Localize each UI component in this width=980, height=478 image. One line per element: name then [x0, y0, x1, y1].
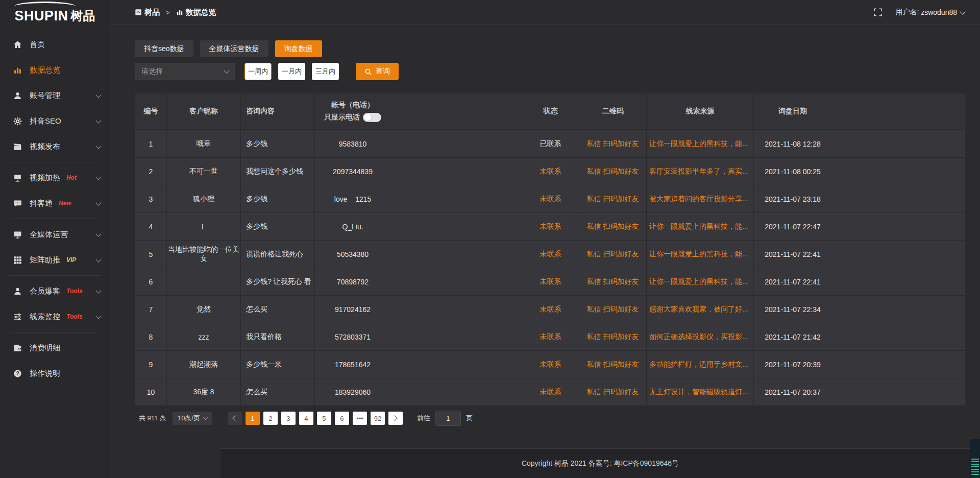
sidebar-item-omni-media[interactable]: 全媒体运营 — [0, 222, 110, 247]
chevron-down-icon — [95, 256, 101, 262]
username-value: zswodun88 — [921, 8, 957, 16]
source-link[interactable]: 让你一眼就爱上的黑科技，能... — [647, 250, 753, 259]
sidebar-item-data-overview[interactable]: 数据总览 — [0, 57, 110, 83]
scan-add-friend-link[interactable]: 扫码加好友 — [603, 305, 639, 313]
phone-only-toggle[interactable] — [363, 113, 381, 122]
scan-add-friend-link[interactable]: 扫码加好友 — [603, 139, 639, 148]
user-menu[interactable]: 用户名: zswodun88 — [895, 8, 965, 17]
cell-qr: 私信 扫码加好友 — [579, 296, 647, 323]
sidebar-item-spend-detail[interactable]: 消费明细 — [0, 335, 110, 361]
scan-add-friend-link[interactable]: 扫码加好友 — [603, 222, 639, 230]
logo-arc — [14, 2, 76, 11]
sidebar-item-instructions[interactable]: ? 操作说明 — [0, 361, 110, 386]
page-button-2[interactable]: 2 — [263, 412, 278, 425]
table-row: 6 多少钱? 让我死心 看 70898792 未联系 私信 扫码加好友 让你一眼… — [135, 268, 966, 296]
dm-link[interactable]: 私信 — [587, 332, 601, 341]
dm-link[interactable]: 私信 — [587, 360, 601, 368]
cell-date: 2021-11-07 22:47 — [754, 213, 966, 241]
sidebar-item-label: 首页 — [30, 40, 45, 50]
scan-add-friend-link[interactable]: 扫码加好友 — [603, 360, 639, 368]
scan-add-friend-link[interactable]: 扫码加好友 — [603, 388, 639, 396]
fullscreen-icon[interactable] — [874, 8, 882, 16]
sidebar-item-home[interactable]: 首页 — [0, 32, 110, 57]
sidebar-item-video-heat[interactable]: 视频加热 Hot — [0, 165, 110, 190]
page-ellipsis-button[interactable]: ••• — [353, 412, 367, 425]
query-button[interactable]: 查询 — [356, 63, 399, 80]
dm-link[interactable]: 私信 — [587, 195, 601, 203]
sidebar-item-label: 抖音SEO — [30, 116, 61, 126]
page-button-92[interactable]: 92 — [371, 412, 385, 425]
dm-link[interactable]: 私信 — [587, 388, 601, 396]
dm-link[interactable]: 私信 — [587, 167, 601, 175]
page-size-select[interactable]: 10条/页 — [173, 412, 212, 425]
cell-id: 5 — [135, 241, 167, 268]
range-month-button[interactable]: 一月内 — [278, 63, 305, 80]
col-source: 线索来源 — [647, 93, 754, 130]
table-row: 4 L 多少钱 Q_Liu. 未联系 私信 扫码加好友 让你一眼就爱上的黑科技，… — [135, 213, 966, 241]
breadcrumb-current: 数据总览 — [186, 8, 216, 17]
cell-id: 2 — [135, 158, 167, 185]
source-link[interactable]: 无主灯设计，智能磁吸轨道灯... — [647, 388, 753, 397]
sidebar-divider — [9, 332, 101, 332]
scan-add-friend-link[interactable]: 扫码加好友 — [603, 167, 639, 175]
cell-date: 2021-11-07 22:41 — [754, 268, 966, 296]
chevron-down-icon — [95, 143, 101, 149]
cell-nickname: zzz — [167, 323, 241, 351]
cell-source: 无主灯设计，智能磁吸轨道灯... — [647, 378, 754, 406]
cell-date: 2021-11-07 21:42 — [754, 323, 966, 351]
source-link[interactable]: 让你一眼就爱上的黑科技，能... — [647, 277, 753, 286]
breadcrumb: 树品 > 数据总览 — [135, 8, 216, 17]
scan-add-friend-link[interactable]: 扫码加好友 — [603, 250, 639, 258]
tab-douyin-seo-data[interactable]: 抖音seo数据 — [135, 40, 193, 57]
page-button-3[interactable]: 3 — [281, 412, 296, 425]
source-link[interactable]: 被大家追着问的客厅投影分享... — [647, 195, 753, 204]
range-week-button[interactable]: 一周内 — [244, 63, 272, 80]
goto-page-input[interactable] — [435, 411, 461, 426]
source-link[interactable]: 让你一眼就爱上的黑科技，能... — [647, 222, 753, 231]
sidebar-item-lead-monitor[interactable]: 线索监控 Tools — [0, 304, 110, 329]
corner-widget[interactable] — [970, 439, 980, 477]
sidebar-item-member-burst[interactable]: 会员爆客 Tools — [0, 278, 110, 304]
dm-link[interactable]: 私信 — [587, 250, 601, 258]
breadcrumb-root[interactable]: 树品 — [144, 8, 160, 17]
heat-icon — [13, 174, 22, 182]
dm-link[interactable]: 私信 — [587, 222, 601, 230]
col-nickname: 客户昵称 — [167, 93, 241, 130]
scan-add-friend-link[interactable]: 扫码加好友 — [603, 332, 639, 341]
scan-add-friend-link[interactable]: 扫码加好友 — [603, 277, 639, 285]
sidebar-item-matrix-boost[interactable]: 矩阵助推 VIP — [0, 247, 110, 273]
prev-page-button[interactable] — [228, 412, 242, 425]
source-link[interactable]: 多功能护栏灯，适用于乡村文... — [647, 360, 753, 369]
dm-link[interactable]: 私信 — [587, 139, 601, 148]
page-button-4[interactable]: 4 — [299, 412, 313, 425]
member-icon — [13, 287, 22, 296]
tab-omni-media-data[interactable]: 全媒体运营数据 — [200, 40, 268, 57]
phone-only-label: 只显示电话 — [324, 113, 360, 122]
sidebar-item-label: 消费明细 — [30, 343, 60, 353]
wallet-icon — [13, 344, 22, 352]
cell-nickname: 狐小狸 — [167, 185, 241, 213]
source-link[interactable]: 如何正确选择投影仪，买投影... — [647, 332, 753, 342]
sidebar-item-douketong[interactable]: 抖客通 New — [0, 190, 110, 216]
sidebar-divider — [9, 275, 101, 276]
source-link[interactable]: 让你一眼就爱上的黑科技，能... — [647, 139, 753, 149]
range-quarter-button[interactable]: 三月内 — [312, 63, 339, 80]
page-button-1[interactable]: 1 — [246, 412, 260, 425]
account-select[interactable]: 请选择 — [135, 63, 235, 80]
dm-link[interactable]: 私信 — [587, 277, 601, 285]
bar-chart-icon — [176, 9, 183, 16]
cell-date: 2021-11-07 20:37 — [754, 378, 966, 406]
sidebar-item-video-publish[interactable]: 视频发布 — [0, 134, 110, 159]
page-button-6[interactable]: 6 — [335, 412, 349, 425]
sidebar-item-account-mgmt[interactable]: 账号管理 — [0, 83, 110, 108]
monitor-icon — [13, 230, 22, 239]
sidebar-item-douyin-seo[interactable]: 抖音SEO — [0, 108, 110, 134]
source-link[interactable]: 感谢大家喜欢我家，被问了好... — [647, 305, 753, 314]
cell-source: 让你一眼就爱上的黑科技，能... — [647, 268, 754, 296]
tab-inquiry-data[interactable]: 询盘数据 — [275, 40, 322, 57]
next-page-button[interactable] — [388, 412, 403, 425]
scan-add-friend-link[interactable]: 扫码加好友 — [603, 195, 639, 203]
page-button-5[interactable]: 5 — [317, 412, 331, 425]
source-link[interactable]: 客厅安装投影半年多了，真实... — [647, 167, 753, 176]
dm-link[interactable]: 私信 — [587, 305, 601, 313]
